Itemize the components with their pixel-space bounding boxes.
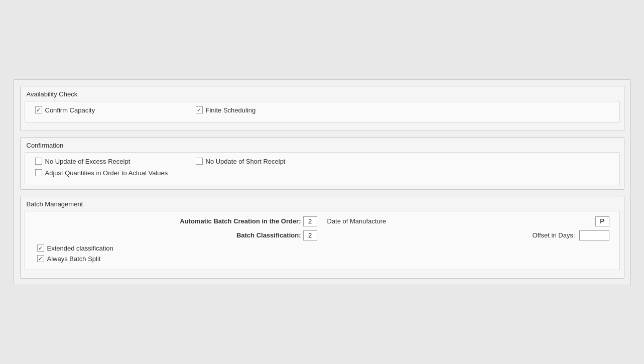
date-manufacture-right: Date of Manufacture: [322, 216, 609, 226]
confirmation-title: Confirmation: [21, 138, 624, 152]
confirm-capacity-checkbox[interactable]: [35, 106, 42, 113]
batch-management-section: Batch Management Automatic Batch Creatio…: [20, 196, 624, 279]
no-update-short-label: No Update of Short Receipt: [206, 158, 286, 165]
auto-batch-label: Automatic Batch Creation in the Order:: [180, 217, 301, 225]
finite-scheduling-label: Finite Scheduling: [206, 106, 256, 114]
batch-management-content: Automatic Batch Creation in the Order: D…: [25, 211, 620, 270]
auto-batch-left: Automatic Batch Creation in the Order:: [35, 216, 322, 226]
date-manufacture-label: Date of Manufacture: [327, 217, 595, 225]
no-update-excess-checkbox[interactable]: [35, 158, 42, 165]
confirmation-section: Confirmation No Update of Excess Receipt…: [20, 137, 624, 190]
batch-class-left: Batch Classification:: [35, 230, 322, 240]
offset-days-right: Offset in Days:: [322, 230, 609, 240]
batch-management-title: Batch Management: [21, 196, 624, 211]
no-update-short-group: No Update of Short Receipt: [196, 158, 286, 165]
confirm-capacity-group: Confirm Capacity: [35, 106, 196, 114]
offset-in-days-label: Offset in Days:: [327, 231, 577, 239]
finite-scheduling-checkbox[interactable]: [196, 106, 203, 113]
date-manufacture-input[interactable]: [595, 216, 609, 226]
auto-batch-input[interactable]: [303, 216, 317, 226]
batch-row-1: Automatic Batch Creation in the Order: D…: [35, 216, 609, 226]
always-batch-split-checkbox[interactable]: [37, 255, 44, 262]
no-update-excess-group: No Update of Excess Receipt: [35, 158, 196, 165]
batch-row-2: Batch Classification: Offset in Days:: [35, 230, 609, 240]
main-container: Availability Check Confirm Capacity Fini…: [14, 79, 631, 285]
extended-classification-checkbox[interactable]: [37, 245, 44, 252]
finite-scheduling-group: Finite Scheduling: [196, 106, 256, 114]
adjust-quantities-checkbox[interactable]: [35, 169, 42, 176]
no-update-excess-label: No Update of Excess Receipt: [45, 158, 131, 165]
batch-classification-label: Batch Classification:: [236, 231, 301, 239]
confirmation-row1: No Update of Excess Receipt No Update of…: [35, 158, 609, 165]
extended-classification-row: Extended classification: [35, 245, 609, 252]
availability-check-row: Confirm Capacity Finite Scheduling: [35, 106, 609, 114]
availability-check-section: Availability Check Confirm Capacity Fini…: [20, 86, 624, 131]
confirmation-content: No Update of Excess Receipt No Update of…: [25, 152, 620, 185]
batch-classification-input[interactable]: [303, 230, 317, 240]
availability-check-title: Availability Check: [21, 86, 624, 101]
adjust-quantities-row: Adjust Quantities in Order to Actual Val…: [35, 169, 609, 177]
always-batch-split-label: Always Batch Split: [47, 255, 101, 263]
no-update-short-checkbox[interactable]: [196, 158, 203, 165]
availability-check-content: Confirm Capacity Finite Scheduling: [25, 101, 620, 123]
always-batch-split-row: Always Batch Split: [35, 255, 609, 263]
extended-classification-label: Extended classification: [47, 245, 113, 252]
offset-in-days-input[interactable]: [579, 230, 609, 240]
adjust-quantities-label: Adjust Quantities in Order to Actual Val…: [45, 169, 168, 177]
confirm-capacity-label: Confirm Capacity: [45, 106, 95, 114]
